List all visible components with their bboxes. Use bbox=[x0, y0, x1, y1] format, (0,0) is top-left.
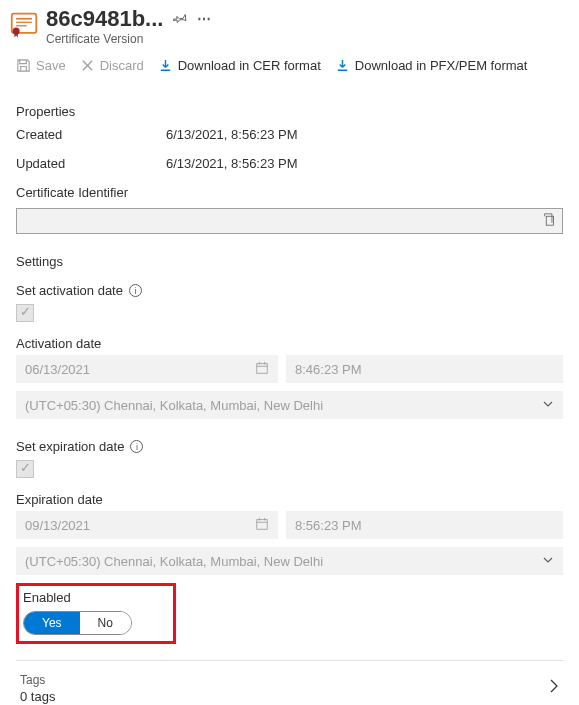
settings-heading: Settings bbox=[16, 254, 563, 269]
set-expiration-label: Set expiration date bbox=[16, 439, 124, 454]
more-icon[interactable]: ⋯ bbox=[197, 11, 211, 27]
expiration-tz-select[interactable]: (UTC+05:30) Chennai, Kolkata, Mumbai, Ne… bbox=[16, 547, 563, 575]
pin-icon[interactable] bbox=[173, 11, 187, 28]
activation-date-label: Activation date bbox=[16, 336, 101, 351]
properties-heading: Properties bbox=[16, 104, 563, 119]
chevron-right-icon bbox=[549, 678, 559, 699]
expiration-date-label: Expiration date bbox=[16, 492, 103, 507]
set-activation-label: Set activation date bbox=[16, 283, 123, 298]
certificate-icon bbox=[10, 10, 38, 38]
page-header: 86c9481b... ⋯ Certificate Version bbox=[0, 0, 579, 52]
tags-section[interactable]: Tags 0 tags bbox=[16, 660, 563, 705]
chevron-down-icon bbox=[542, 554, 554, 569]
expiration-checkbox[interactable] bbox=[16, 460, 34, 478]
cert-identifier-label: Certificate Identifier bbox=[16, 185, 563, 200]
svg-point-4 bbox=[13, 28, 20, 35]
copy-icon[interactable] bbox=[543, 213, 556, 229]
tags-count: 0 tags bbox=[20, 689, 55, 704]
enabled-toggle[interactable]: Yes No bbox=[23, 611, 132, 635]
updated-label: Updated bbox=[16, 156, 166, 171]
enabled-label: Enabled bbox=[23, 590, 171, 605]
activation-date-input[interactable]: 06/13/2021 bbox=[16, 355, 278, 383]
info-icon[interactable]: i bbox=[130, 440, 143, 453]
enabled-yes-option[interactable]: Yes bbox=[24, 612, 80, 634]
enabled-no-option[interactable]: No bbox=[80, 612, 131, 634]
activation-checkbox[interactable] bbox=[16, 304, 34, 322]
svg-rect-6 bbox=[257, 363, 268, 373]
download-pfx-button[interactable]: Download in PFX/PEM format bbox=[335, 58, 528, 73]
calendar-icon bbox=[255, 517, 269, 534]
tags-label: Tags bbox=[20, 673, 55, 687]
svg-rect-5 bbox=[546, 216, 553, 225]
discard-button[interactable]: Discard bbox=[80, 58, 144, 73]
created-label: Created bbox=[16, 127, 166, 142]
calendar-icon bbox=[255, 361, 269, 378]
info-icon[interactable]: i bbox=[129, 284, 142, 297]
updated-value: 6/13/2021, 8:56:23 PM bbox=[166, 156, 298, 171]
highlight-annotation: Enabled Yes No bbox=[16, 583, 176, 644]
page-subtitle: Certificate Version bbox=[46, 32, 563, 46]
created-value: 6/13/2021, 8:56:23 PM bbox=[166, 127, 298, 142]
activation-time-input[interactable]: 8:46:23 PM bbox=[286, 355, 563, 383]
page-title: 86c9481b... bbox=[46, 6, 163, 32]
download-cer-button[interactable]: Download in CER format bbox=[158, 58, 321, 73]
command-bar: Save Discard Download in CER format Down… bbox=[0, 52, 579, 84]
activation-tz-select[interactable]: (UTC+05:30) Chennai, Kolkata, Mumbai, Ne… bbox=[16, 391, 563, 419]
expiration-date-input[interactable]: 09/13/2021 bbox=[16, 511, 278, 539]
svg-rect-10 bbox=[257, 519, 268, 529]
save-button[interactable]: Save bbox=[16, 58, 66, 73]
chevron-down-icon bbox=[542, 398, 554, 413]
cert-identifier-input[interactable] bbox=[16, 208, 563, 234]
expiration-time-input[interactable]: 8:56:23 PM bbox=[286, 511, 563, 539]
